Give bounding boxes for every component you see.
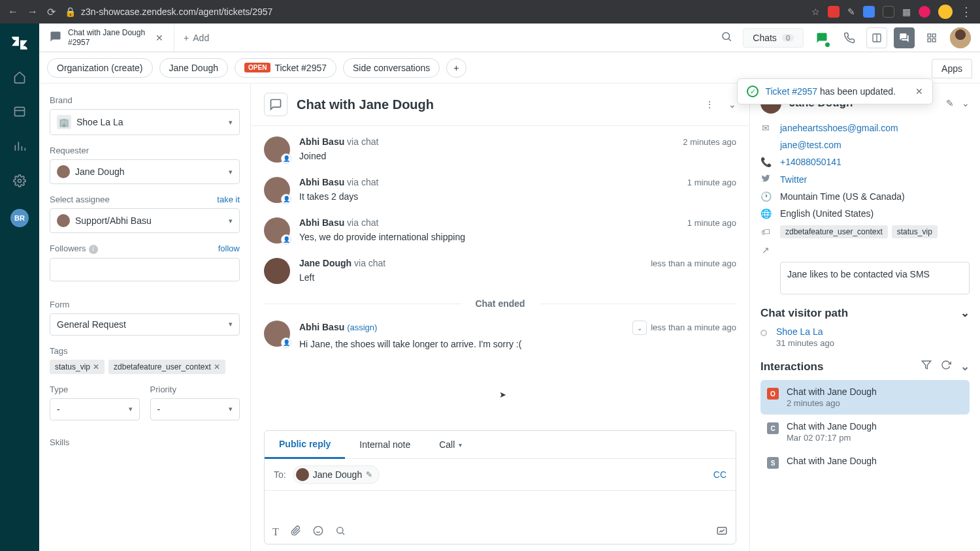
browser-profile-icon[interactable]	[938, 5, 953, 19]
interaction-item[interactable]: S Chat with Jane Dough	[760, 449, 970, 475]
more-icon[interactable]: ⋮	[705, 99, 714, 110]
phone-icon: 📞	[760, 157, 771, 167]
browser-menu-icon[interactable]: ⋮	[960, 5, 972, 19]
browser-bar: ← → ⟳ 🔒 z3n-showcase.zendesk.com/agent/t…	[0, 0, 980, 24]
side-conversations-tab[interactable]: Side conversations	[343, 58, 440, 78]
extension-blue-icon[interactable]	[863, 6, 875, 18]
take-it-link[interactable]: take it	[217, 195, 240, 204]
svg-line-15	[342, 533, 344, 535]
phone-link[interactable]: +14088050141	[780, 157, 841, 167]
assign-link[interactable]: (assign)	[347, 323, 377, 332]
call-tab[interactable]: Call ▾	[425, 431, 476, 458]
twitter-icon	[760, 174, 771, 185]
visitor-path-item[interactable]: Shoe La La 31 minutes ago	[760, 326, 970, 348]
search-icon[interactable]	[721, 31, 732, 44]
assignee-select[interactable]: Support/Abhi Basu	[50, 208, 240, 233]
conversation-panel: Chat with Jane Dough ⋮ ⌄ 👤 Abhi Basu via…	[251, 84, 750, 551]
svg-rect-0	[15, 107, 25, 116]
compose-textarea[interactable]	[265, 491, 736, 520]
chats-button[interactable]: Chats 0	[743, 28, 804, 48]
interaction-item[interactable]: O Chat with Jane Dough2 minutes ago	[760, 380, 970, 415]
close-toast-icon[interactable]: ✕	[915, 86, 923, 97]
svg-marker-17	[922, 361, 930, 369]
collapse-section-icon[interactable]: ⌄	[960, 360, 970, 373]
text-format-icon[interactable]: T	[272, 526, 279, 538]
reporting-icon[interactable]	[13, 140, 26, 156]
add-subtab-button[interactable]: +	[446, 58, 466, 78]
cc-button[interactable]: CC	[713, 469, 727, 480]
layout-icon[interactable]	[866, 27, 887, 48]
follow-link[interactable]: follow	[218, 244, 240, 253]
requester-select[interactable]: Jane Dough	[50, 159, 240, 184]
extension-grid-icon[interactable]: ▦	[902, 7, 911, 17]
internal-note-tab[interactable]: Internal note	[345, 431, 425, 458]
assignee-avatar-icon	[57, 214, 70, 227]
svg-rect-16	[717, 527, 727, 535]
reload-icon[interactable]: ⟳	[47, 6, 56, 18]
emoji-icon[interactable]	[313, 526, 323, 538]
address-bar[interactable]: 🔒 z3n-showcase.zendesk.com/agent/tickets…	[65, 7, 802, 17]
profile-avatar[interactable]	[950, 27, 971, 48]
apps-grid-icon[interactable]	[921, 27, 942, 48]
conversations-icon[interactable]	[894, 27, 915, 48]
ticket-subtab[interactable]: OPEN Ticket #2957	[235, 58, 336, 78]
url-text: z3n-showcase.zendesk.com/agent/tickets/2…	[81, 7, 272, 17]
remove-tag-icon[interactable]: ✕	[93, 362, 99, 371]
twitter-link[interactable]: Twitter	[780, 174, 807, 185]
close-tab-icon[interactable]: ✕	[155, 33, 163, 43]
filter-icon[interactable]	[921, 360, 932, 373]
abp-icon[interactable]	[828, 6, 840, 18]
edit-recipient-icon[interactable]: ✎	[366, 470, 372, 479]
user-notes-textarea[interactable]: Jane likes to be contacted via SMS	[780, 262, 970, 294]
collapse-icon[interactable]: ⌄	[728, 99, 736, 110]
interaction-item[interactable]: C Chat with Jane DoughMar 02 07:17 pm	[760, 415, 970, 449]
conversation-type-icon	[264, 93, 287, 116]
tags-field[interactable]: status_vip✕ zdbetafeature_user_context✕	[50, 360, 240, 374]
extension-t-icon[interactable]	[919, 6, 930, 18]
refresh-icon[interactable]	[941, 360, 951, 373]
email-link[interactable]: janeheartsshoes@gmail.com	[780, 123, 898, 133]
edit-extension-icon[interactable]: ✎	[847, 7, 855, 17]
followers-input[interactable]	[50, 258, 240, 281]
edit-user-icon[interactable]: ✎	[946, 98, 954, 108]
public-reply-tab[interactable]: Public reply	[265, 431, 345, 459]
views-icon[interactable]	[13, 105, 26, 121]
tag-chip: zdbetafeature_user_context✕	[108, 360, 225, 374]
zendesk-logo-icon[interactable]	[10, 34, 29, 52]
form-select[interactable]: General Request	[50, 313, 240, 336]
apps-button[interactable]: Apps	[932, 59, 972, 78]
chat-status-icon[interactable]	[811, 27, 832, 48]
org-tab[interactable]: Organization (create)	[47, 58, 153, 78]
collapse-section-icon[interactable]: ⌄	[960, 306, 970, 320]
status-badge-icon: O	[767, 388, 779, 400]
forward-icon[interactable]: →	[27, 6, 38, 18]
back-icon[interactable]: ←	[8, 6, 18, 18]
lock-icon: 🔒	[65, 7, 76, 17]
email-link[interactable]: jane@test.com	[780, 140, 841, 150]
chat-message: 👤 Abhi Basu via chat1 minute ago Yes, we…	[264, 217, 736, 244]
phone-icon[interactable]	[839, 27, 860, 48]
message-menu-icon[interactable]: ⌄	[632, 321, 647, 335]
attachment-icon[interactable]	[291, 526, 301, 538]
add-tab-button[interactable]: + Add	[174, 33, 218, 43]
toast-link[interactable]: Ticket #2957	[765, 86, 817, 97]
priority-select[interactable]: -	[150, 398, 240, 420]
toast-notification: ✓ Ticket #2957 has been updated. ✕	[737, 78, 933, 104]
extension-dark-icon[interactable]	[883, 6, 894, 18]
admin-icon[interactable]	[13, 174, 26, 191]
path-dot-icon	[760, 330, 767, 336]
info-icon[interactable]: i	[89, 245, 98, 254]
home-icon[interactable]	[13, 71, 26, 87]
collapse-user-icon[interactable]: ⌄	[962, 98, 970, 108]
ticket-tab[interactable]: Chat with Jane Dough #2957 ✕	[39, 24, 174, 52]
brand-select[interactable]: 🏢 Shoe La La	[50, 109, 240, 135]
user-tab[interactable]: Jane Dough	[159, 58, 229, 78]
macro-icon[interactable]	[716, 525, 728, 539]
search-kb-icon[interactable]	[335, 526, 346, 538]
timezone-value: Mountain Time (US & Canada)	[780, 191, 905, 202]
star-icon[interactable]: ☆	[811, 7, 820, 17]
type-select[interactable]: -	[50, 398, 140, 420]
recipient-chip[interactable]: Jane Dough ✎	[293, 465, 380, 484]
remove-tag-icon[interactable]: ✕	[214, 362, 220, 371]
workspace-badge[interactable]: BR	[10, 209, 29, 227]
